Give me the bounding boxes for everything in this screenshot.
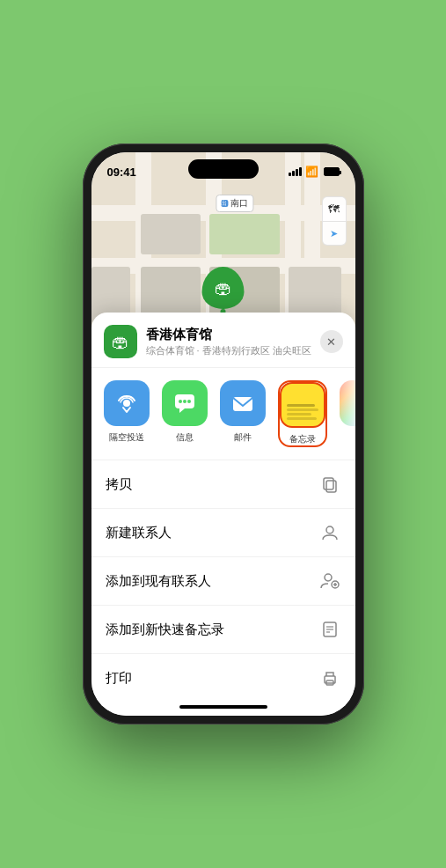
printer-icon: [318, 666, 341, 689]
phone-frame: 09:41 📶: [83, 143, 364, 725]
mail-icon-wrap: [220, 380, 266, 426]
svg-point-9: [326, 526, 333, 533]
share-item-mail[interactable]: 邮件: [220, 380, 266, 447]
map-label-text: 南口: [230, 197, 248, 210]
svg-marker-2: [179, 408, 185, 413]
close-button[interactable]: ✕: [320, 330, 343, 353]
venue-icon-stadium: 🏟: [112, 332, 129, 352]
marker-pin: 🏟: [202, 267, 245, 309]
share-row-container: 隔空投送 信息: [91, 368, 355, 460]
note-add-icon: [318, 618, 341, 641]
action-label-print: 打印: [106, 670, 132, 687]
action-label-add-existing-contact: 添加到现有联系人: [106, 573, 211, 590]
svg-point-5: [187, 400, 191, 403]
person-add-icon: [318, 570, 341, 592]
wifi-icon: 📶: [305, 166, 318, 178]
svg-rect-7: [326, 481, 336, 492]
person-icon: [318, 521, 341, 544]
venue-info: 香港体育馆 综合体育馆 · 香港特别行政区 油尖旺区: [146, 327, 320, 357]
more-icon-wrap: [340, 380, 355, 426]
svg-rect-6: [233, 397, 252, 411]
battery-icon: [324, 167, 340, 176]
action-row-new-contact[interactable]: 新建联系人: [91, 509, 355, 557]
bottom-sheet: 🏟 香港体育馆 综合体育馆 · 香港特别行政区 油尖旺区 ✕: [91, 313, 355, 716]
action-row-add-existing-contact[interactable]: 添加到现有联系人: [91, 557, 355, 606]
action-list: 拷贝 新建联系人: [91, 460, 355, 702]
svg-point-0: [123, 400, 130, 407]
messages-icon: [172, 391, 197, 416]
mail-icon: [230, 391, 255, 416]
action-row-print[interactable]: 打印: [91, 654, 355, 702]
share-item-airdrop[interactable]: 隔空投送: [104, 380, 150, 447]
venue-subtitle: 综合体育馆 · 香港特别行政区 油尖旺区: [146, 344, 320, 357]
action-label-copy: 拷贝: [106, 476, 132, 493]
airdrop-icon-wrap: [104, 380, 150, 426]
svg-point-10: [325, 574, 332, 581]
status-icons: 📶: [289, 166, 340, 178]
status-time: 09:41: [107, 166, 136, 179]
map-view-toggle-button[interactable]: 🗺: [322, 196, 347, 221]
notes-label: 备忘录: [289, 433, 316, 445]
map-entrance-label: 出 南口: [216, 195, 253, 212]
map-controls: 🗺 ➤: [322, 196, 347, 246]
mail-label: 邮件: [234, 431, 252, 444]
share-item-more[interactable]: 推: [340, 380, 355, 447]
messages-icon-wrap: [162, 380, 208, 426]
phone-screen: 09:41 📶: [91, 152, 355, 716]
notes-icon-wrap: [280, 382, 325, 428]
location-button[interactable]: ➤: [322, 221, 347, 246]
share-row: 隔空投送 信息: [91, 368, 355, 460]
dynamic-island: [188, 159, 259, 179]
venue-header: 🏟 香港体育馆 综合体育馆 · 香港特别行政区 油尖旺区 ✕: [91, 313, 355, 368]
venue-name: 香港体育馆: [146, 327, 320, 343]
stadium-icon: 🏟: [215, 278, 232, 298]
svg-rect-8: [324, 478, 333, 489]
share-item-messages[interactable]: 信息: [162, 380, 208, 447]
share-item-notes[interactable]: 备忘录: [278, 380, 327, 447]
airdrop-label: 隔空投送: [109, 431, 144, 444]
home-indicator: [179, 705, 267, 709]
action-row-add-quick-note[interactable]: 添加到新快速备忘录: [91, 606, 355, 654]
action-label-add-quick-note: 添加到新快速备忘录: [106, 622, 224, 638]
airdrop-icon: [114, 391, 139, 416]
action-label-new-contact: 新建联系人: [106, 525, 172, 541]
action-row-copy[interactable]: 拷贝: [91, 460, 355, 509]
messages-label: 信息: [176, 431, 194, 444]
venue-icon: 🏟: [104, 325, 137, 358]
map-label-dot-icon: 出: [221, 200, 228, 207]
copy-icon: [318, 473, 341, 496]
svg-point-3: [179, 400, 182, 403]
svg-point-4: [183, 400, 186, 403]
signal-icon: [289, 167, 302, 176]
